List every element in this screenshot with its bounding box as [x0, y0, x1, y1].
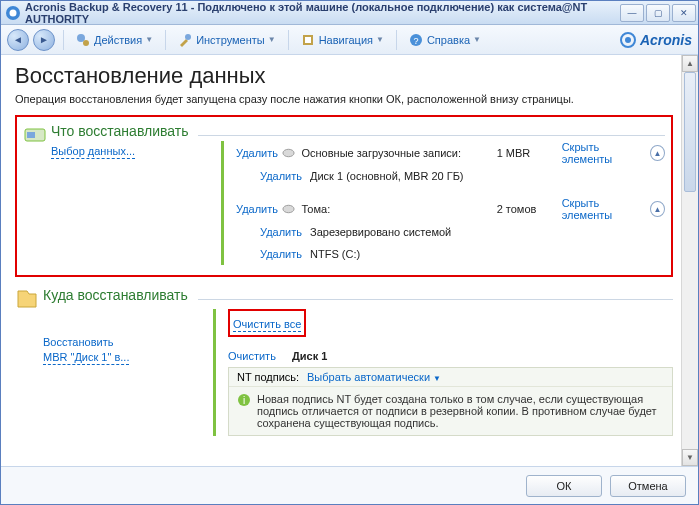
scroll-up-arrow[interactable]: ▲ [682, 55, 698, 72]
chevron-up-icon: ▲ [650, 145, 665, 161]
navigation-label: Навигация [319, 34, 373, 46]
delete-sysreserved-link[interactable]: Удалить [260, 226, 310, 238]
tools-label: Инструменты [196, 34, 265, 46]
compass-icon [301, 33, 315, 47]
ok-button[interactable]: ОК [526, 475, 602, 497]
chevron-up-icon: ▲ [650, 201, 665, 217]
vertical-scrollbar[interactable]: ▲ ▼ [681, 55, 698, 466]
target-disk1-label: Диск 1 [292, 350, 327, 362]
sys-reserved-label: Зарезервировано системой [310, 226, 451, 238]
svg-point-4 [185, 34, 191, 40]
help-icon: ? [409, 33, 423, 47]
scroll-thumb[interactable] [684, 72, 696, 192]
delete-volumes-link[interactable]: Удалить [236, 203, 282, 215]
mbr-value: 1 MBR [497, 147, 562, 159]
toolbar: ◄ ► Действия▼ Инструменты▼ Навигация▼ ? … [1, 25, 698, 55]
cancel-button[interactable]: Отмена [610, 475, 686, 497]
wrench-icon [178, 33, 192, 47]
hide-volumes-elements-link[interactable]: Скрыть элементы ▲ [562, 197, 665, 221]
restore-target-icon [15, 287, 39, 311]
svg-rect-12 [27, 132, 35, 138]
choose-data-link[interactable]: Выбор данных... [51, 145, 135, 159]
svg-point-3 [83, 40, 89, 46]
volume-icon [282, 204, 295, 214]
svg-point-13 [283, 149, 294, 156]
tools-menu[interactable]: Инструменты▼ [178, 33, 276, 47]
volumes-value: 2 томов [497, 203, 562, 215]
window-title: Acronis Backup & Recovery 11 - Подключен… [25, 1, 620, 25]
disk-icon [282, 148, 295, 158]
page-subtitle: Операция восстановления будет запущена с… [15, 93, 673, 105]
gears-icon [76, 33, 90, 47]
svg-text:?: ? [413, 36, 418, 46]
svg-point-10 [625, 37, 631, 43]
what-section-title: Что восстанавливать [51, 123, 188, 139]
mbr-label: Основные загрузочные записи: [301, 147, 496, 159]
hide-mbr-elements-link[interactable]: Скрыть элементы ▲ [562, 141, 665, 165]
maximize-button[interactable]: ▢ [646, 4, 670, 22]
scroll-down-arrow[interactable]: ▼ [682, 449, 698, 466]
help-menu[interactable]: ? Справка▼ [409, 33, 481, 47]
delete-disk1-link[interactable]: Удалить [260, 170, 310, 182]
nt-signature-dropdown[interactable]: Выбрать автоматически ▼ [307, 371, 441, 383]
svg-rect-6 [305, 37, 311, 43]
nt-signature-label: NT подпись: [237, 371, 307, 383]
svg-text:i: i [243, 395, 245, 406]
navigation-menu[interactable]: Навигация▼ [301, 33, 384, 47]
acronis-icon [620, 32, 636, 48]
nt-signature-info: Новая подпись NT будет создана только в … [257, 393, 664, 429]
actions-label: Действия [94, 34, 142, 46]
ntfs-c-label: NTFS (C:) [310, 248, 360, 260]
app-icon [5, 5, 21, 21]
restore-source-icon [23, 123, 47, 147]
actions-menu[interactable]: Действия▼ [76, 33, 153, 47]
svg-point-14 [283, 205, 294, 212]
help-label: Справка [427, 34, 470, 46]
what-to-restore-highlight: Что восстанавливать Выбор данных... [15, 115, 673, 277]
disk1-label: Диск 1 (основной, MBR 20 ГБ) [310, 170, 464, 182]
delete-mbr-link[interactable]: Удалить [236, 147, 282, 159]
where-section-title: Куда восстанавливать [43, 287, 188, 303]
delete-ntfs-c-link[interactable]: Удалить [260, 248, 310, 260]
nt-signature-box: NT подпись: Выбрать автоматически ▼ i Но… [228, 367, 673, 436]
footer: ОК Отмена [1, 466, 698, 504]
clear-all-link[interactable]: Очистить все [233, 318, 301, 332]
minimize-button[interactable]: — [620, 4, 644, 22]
titlebar: Acronis Backup & Recovery 11 - Подключен… [1, 1, 698, 25]
restore-mbr-disk1-link[interactable]: MBR "Диск 1" в... [43, 351, 129, 365]
close-button[interactable]: ✕ [672, 4, 696, 22]
info-icon: i [237, 393, 251, 407]
clear-link[interactable]: Очистить [228, 350, 292, 362]
volumes-label: Тома: [301, 203, 496, 215]
svg-point-2 [77, 34, 85, 42]
page-heading: Восстановление данных [15, 63, 673, 89]
brand-text: Acronis [640, 32, 692, 48]
svg-point-1 [10, 9, 17, 16]
nav-forward-button[interactable]: ► [33, 29, 55, 51]
nav-back-button[interactable]: ◄ [7, 29, 29, 51]
restore-mbr-label: Восстановить [43, 336, 113, 348]
brand-logo: Acronis [620, 32, 692, 48]
